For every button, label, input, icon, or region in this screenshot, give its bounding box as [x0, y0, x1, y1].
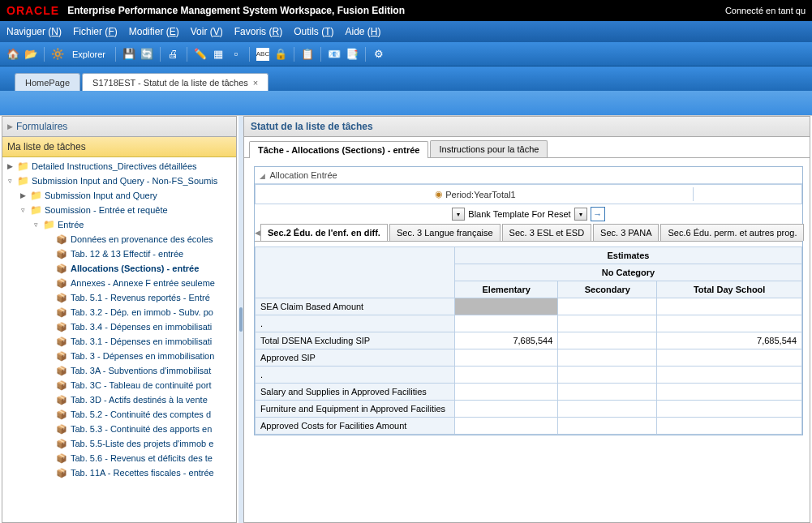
list-icon[interactable]: 📋	[301, 48, 314, 61]
data-cell[interactable]	[657, 401, 802, 418]
data-cell[interactable]	[455, 367, 558, 384]
section-tab[interactable]: Sec.6 Édu. perm. et autres prog.	[660, 224, 804, 241]
data-cell[interactable]	[558, 298, 657, 315]
main-tab[interactable]: S1718EST - Statut de la liste de tâches×	[82, 73, 269, 91]
tree-form[interactable]: 📦Tab. 3.1 - Dépenses en immobilisati	[2, 334, 236, 349]
tree-toggle-icon[interactable]: ▿	[32, 221, 40, 229]
data-cell[interactable]	[558, 315, 657, 332]
formulaires-header[interactable]: ▶ Formulaires	[2, 117, 236, 137]
form-icon: 📦	[55, 336, 68, 347]
data-cell[interactable]: 7,685,544	[455, 332, 558, 349]
section-tab[interactable]: Sec.2 Édu. de l'enf. en diff.	[260, 224, 388, 241]
tree-form[interactable]: 📦Tab. 3 - Dépenses en immobilisation	[2, 349, 236, 363]
template-dropdown[interactable]: ▾	[574, 208, 587, 221]
task-tab[interactable]: Instructions pour la tâche	[430, 140, 548, 157]
section-tab[interactable]: Sec. 3 PANA	[593, 224, 659, 241]
task-list-header[interactable]: Ma liste de tâches	[2, 137, 236, 157]
data-cell[interactable]	[657, 298, 802, 315]
tree-form[interactable]: 📦Tab. 5.5-Liste des projets d'immob e	[2, 436, 236, 451]
data-cell[interactable]	[657, 315, 802, 332]
splitter-handle[interactable]	[239, 307, 243, 332]
print-icon[interactable]: 🖨	[167, 48, 180, 61]
data-cell[interactable]	[455, 349, 558, 367]
tree-form[interactable]: 📦Tab. 3.2 - Dép. en immob - Subv. po	[2, 305, 236, 319]
edit-icon[interactable]: ✏️	[194, 48, 207, 61]
tree-form[interactable]: 📦Annexes - Annexe F entrée seuleme	[2, 276, 236, 290]
explorer-icon[interactable]: 🔆	[51, 48, 64, 61]
tree-form[interactable]: 📦Allocations (Sections) - entrée	[2, 261, 236, 276]
data-cell[interactable]: 7,685,544	[657, 332, 802, 349]
tree-label: Allocations (Sections) - entrée	[71, 264, 199, 273]
section-tab[interactable]: Sec. 3 ESL et ESD	[502, 224, 592, 241]
data-cell[interactable]	[558, 384, 657, 401]
home-icon[interactable]: 🏠	[6, 48, 19, 61]
menu-fichier[interactable]: Fichier (F)	[73, 26, 118, 37]
data-cell[interactable]	[455, 418, 558, 435]
tree-form[interactable]: 📦Tab. 11A - Recettes fiscales - entrée	[2, 465, 236, 480]
data-cell[interactable]	[558, 332, 657, 349]
col-header: Total Day School	[657, 281, 802, 298]
data-cell[interactable]	[558, 401, 657, 418]
period-cell[interactable]: ◉ Period:YearTotal1	[258, 187, 694, 201]
data-cell[interactable]	[657, 349, 802, 367]
cell-icon[interactable]: ▫	[230, 48, 243, 61]
data-cell[interactable]	[657, 418, 802, 435]
tree: ▶📁Detailed Instructions_Directives détai…	[2, 157, 236, 522]
tree-form[interactable]: 📦Tab. 5.1 - Revenus reportés - Entré	[2, 290, 236, 305]
tree-form[interactable]: 📦Tab. 3D - Actifs destinés à la vente	[2, 392, 236, 407]
scroll-left-icon[interactable]: ◀	[255, 229, 260, 237]
tree-form[interactable]: 📦Tab. 3.4 - Dépenses en immobilisati	[2, 319, 236, 334]
tree-folder[interactable]: ▶📁Submission Input and Query	[2, 188, 236, 203]
tree-form[interactable]: 📦Tab. 5.3 - Continuité des apports en	[2, 422, 236, 436]
form-title-bar[interactable]: ◢ Allocation Entrée	[255, 167, 802, 184]
template-left-dropdown[interactable]: ▾	[452, 208, 465, 221]
close-icon[interactable]: ×	[253, 78, 258, 88]
tree-folder[interactable]: ▿📁Soumission - Entrée et requête	[2, 203, 236, 217]
lock-icon[interactable]: 🔒	[274, 48, 287, 61]
tree-form[interactable]: 📦Tab. 12 & 13 Effectif - entrée	[2, 246, 236, 261]
tree-folder[interactable]: ▿📁Entrée	[2, 217, 236, 232]
tree-form[interactable]: 📦Tab. 3A - Subventions d'immobilisat	[2, 363, 236, 378]
tree-folder[interactable]: ▶📁Detailed Instructions_Directives détai…	[2, 159, 236, 174]
copy-icon[interactable]: 📑	[346, 48, 359, 61]
main-tab[interactable]: HomePage	[15, 73, 80, 91]
save-icon[interactable]: 💾	[122, 48, 135, 61]
data-cell[interactable]	[657, 384, 802, 401]
menu-naviguer[interactable]: Naviguer (N)	[6, 26, 62, 37]
right-panel: Statut de la liste de tâches Tâche - All…	[243, 116, 810, 523]
form-icon: 📦	[55, 263, 68, 274]
menu-modifier[interactable]: Modifier (E)	[129, 26, 179, 37]
menu-favoris[interactable]: Favoris (R)	[234, 26, 282, 37]
tree-toggle-icon[interactable]: ▶	[19, 191, 27, 199]
open-icon[interactable]: 📂	[24, 48, 37, 61]
data-cell[interactable]	[455, 298, 558, 315]
settings-icon[interactable]: ⚙	[372, 48, 385, 61]
menu-aide[interactable]: Aide (H)	[345, 26, 380, 37]
tree-form[interactable]: 📦Données en provenance des écoles	[2, 232, 236, 246]
go-button[interactable]: →	[591, 207, 605, 221]
tree-folder[interactable]: ▿📁Submission Input and Query - Non-FS_So…	[2, 174, 236, 188]
section-tab[interactable]: Sec. 3 Langue française	[389, 224, 501, 241]
tree-toggle-icon[interactable]: ▿	[6, 177, 14, 185]
task-tab[interactable]: Tâche - Allocations (Sections) - entrée	[249, 141, 428, 158]
data-cell[interactable]	[558, 367, 657, 384]
tree-form[interactable]: 📦Tab. 3C - Tableau de continuité port	[2, 378, 236, 392]
form-icon: 📦	[55, 277, 68, 289]
abc-icon[interactable]: ABC	[256, 48, 269, 61]
data-cell[interactable]	[657, 367, 802, 384]
explorer-link[interactable]: Explorer	[72, 49, 105, 59]
menu-outils[interactable]: Outils (T)	[294, 26, 333, 37]
data-cell[interactable]	[455, 315, 558, 332]
tree-form[interactable]: 📦Tab. 5.2 - Continuité des comptes d	[2, 407, 236, 422]
menu-voir[interactable]: Voir (V)	[191, 26, 223, 37]
tree-toggle-icon[interactable]: ▶	[6, 162, 14, 170]
data-cell[interactable]	[455, 384, 558, 401]
refresh-icon[interactable]: 🔄	[140, 48, 153, 61]
grid-icon[interactable]: ▦	[212, 48, 225, 61]
tree-form[interactable]: 📦Tab. 5.6 - Revenus et déficits des te	[2, 451, 236, 465]
data-cell[interactable]	[455, 401, 558, 418]
data-cell[interactable]	[558, 418, 657, 435]
data-cell[interactable]	[558, 349, 657, 367]
mail-icon[interactable]: 📧	[328, 48, 341, 61]
tree-toggle-icon[interactable]: ▿	[19, 206, 27, 214]
